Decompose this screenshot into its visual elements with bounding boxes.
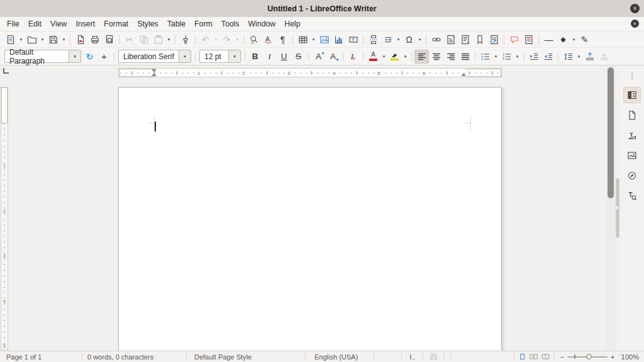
superscript-button[interactable]: A xyxy=(311,50,326,64)
paste-button[interactable] xyxy=(151,33,165,47)
paste-dropdown[interactable]: ▾ xyxy=(165,33,172,47)
new-style-button[interactable]: + xyxy=(97,50,111,64)
zoom-slider-thumb[interactable] xyxy=(586,354,592,359)
right-indent-marker[interactable] xyxy=(461,73,466,76)
document-workspace[interactable]: 1 2 3 4 5 xyxy=(0,80,644,351)
basic-shapes-button[interactable]: ◆ xyxy=(556,33,570,47)
menu-view[interactable]: View xyxy=(46,17,71,31)
decrease-paragraph-spacing-button[interactable] xyxy=(597,50,611,64)
menu-edit[interactable]: Edit xyxy=(24,17,46,31)
align-left-button[interactable] xyxy=(414,50,429,64)
strikethrough-button[interactable]: S xyxy=(291,50,306,64)
insert-horizontal-line-button[interactable]: — xyxy=(541,33,556,47)
first-line-indent-marker[interactable] xyxy=(152,69,157,72)
cut-button[interactable]: ✂ xyxy=(122,33,136,47)
line-spacing-button[interactable] xyxy=(561,50,575,64)
scrollbar-thumb[interactable] xyxy=(608,67,614,198)
insert-field-button[interactable] xyxy=(380,33,395,47)
unordered-list-dropdown[interactable]: ▾ xyxy=(492,50,499,64)
sidebar-tab-page[interactable] xyxy=(623,107,641,123)
font-name-dropdown[interactable]: ▾ xyxy=(179,50,191,63)
status-page-style[interactable]: Default Page Style xyxy=(187,351,305,362)
document-page[interactable] xyxy=(118,87,502,351)
font-name-combo[interactable]: Liberation Serif ▾ xyxy=(118,50,191,63)
insert-table-dropdown[interactable]: ▾ xyxy=(310,33,317,47)
vertical-ruler[interactable]: 1 2 3 4 5 xyxy=(1,87,8,350)
horizontal-ruler[interactable]: 1 2 3 4 5 6 7 xyxy=(118,68,502,77)
menu-form[interactable]: Form xyxy=(190,17,217,31)
highlight-color-dropdown[interactable]: ▾ xyxy=(402,50,409,64)
sidebar-tab-style-inspector[interactable]: T xyxy=(623,188,641,204)
insert-page-break-button[interactable] xyxy=(366,33,380,47)
insert-textbox-button[interactable] xyxy=(346,33,360,47)
sidebar-settings-button[interactable]: ⋮ xyxy=(628,71,636,81)
status-save-state[interactable] xyxy=(423,351,443,362)
ordered-list-button[interactable]: 123 xyxy=(499,50,514,64)
status-selection-mode[interactable] xyxy=(451,351,514,362)
menu-format[interactable]: Format xyxy=(99,17,133,31)
sidebar-tab-properties[interactable] xyxy=(623,87,641,103)
italic-button[interactable]: I xyxy=(262,50,277,64)
clone-formatting-button[interactable] xyxy=(178,33,192,47)
font-size-combo[interactable]: 12 pt ▾ xyxy=(199,50,241,63)
insert-chart-button[interactable] xyxy=(331,33,346,47)
undo-dropdown[interactable]: ▾ xyxy=(213,33,219,47)
paragraph-style-value[interactable]: Default Paragraph xyxy=(4,50,69,63)
menu-window[interactable]: Window xyxy=(244,17,280,31)
undo-button[interactable]: ↶ xyxy=(198,33,213,47)
update-style-button[interactable]: ↻ xyxy=(82,50,97,64)
print-preview-button[interactable] xyxy=(102,33,116,47)
paragraph-style-dropdown[interactable]: ▾ xyxy=(69,50,81,63)
status-language[interactable]: English (USA) xyxy=(306,351,374,362)
insert-image-button[interactable] xyxy=(317,33,331,47)
insert-hyperlink-button[interactable] xyxy=(429,33,443,47)
font-color-button[interactable]: A xyxy=(366,50,380,64)
insert-cross-reference-button[interactable] xyxy=(487,33,501,47)
subscript-button[interactable]: A xyxy=(326,50,340,64)
menu-tools[interactable]: Tools xyxy=(217,17,244,31)
redo-button[interactable]: ↷ xyxy=(219,33,234,47)
save-dropdown[interactable]: ▾ xyxy=(60,33,67,47)
highlight-color-button[interactable] xyxy=(387,50,402,64)
track-changes-button[interactable] xyxy=(521,33,536,47)
copy-button[interactable] xyxy=(136,33,151,47)
save-button[interactable] xyxy=(46,33,60,47)
status-word-count[interactable]: 0 words, 0 characters xyxy=(82,351,186,362)
redo-dropdown[interactable]: ▾ xyxy=(234,33,241,47)
font-name-value[interactable]: Liberation Serif xyxy=(118,50,179,63)
zoom-slider-track[interactable] xyxy=(567,356,608,358)
align-center-button[interactable] xyxy=(429,50,443,64)
menu-table[interactable]: Table xyxy=(163,17,190,31)
vertical-scrollbar[interactable] xyxy=(606,66,615,351)
document-close-button[interactable]: ✕ xyxy=(631,20,639,28)
sidebar-tab-styles[interactable]: T xyxy=(623,127,641,144)
sidebar-tab-navigator[interactable] xyxy=(623,167,641,184)
find-replace-button[interactable] xyxy=(247,33,261,47)
open-button[interactable] xyxy=(25,33,39,47)
new-document-dropdown[interactable]: ▾ xyxy=(18,33,25,47)
menu-insert[interactable]: Insert xyxy=(71,17,99,31)
status-insert-mode[interactable]: I‒ xyxy=(402,351,423,362)
insert-comment-button[interactable] xyxy=(507,33,521,47)
open-dropdown[interactable]: ▾ xyxy=(39,33,46,47)
zoom-out-button[interactable]: − xyxy=(560,353,564,361)
multi-page-view-icon[interactable] xyxy=(529,353,538,361)
export-pdf-button[interactable] xyxy=(73,33,87,47)
underline-button[interactable]: U xyxy=(277,50,291,64)
unordered-list-button[interactable] xyxy=(478,50,492,64)
increase-indent-button[interactable] xyxy=(526,50,541,64)
decrease-indent-button[interactable] xyxy=(541,50,555,64)
line-spacing-dropdown[interactable]: ▾ xyxy=(575,50,582,64)
tab-stop-selector-icon[interactable] xyxy=(3,68,9,74)
insert-endnote-button[interactable] xyxy=(458,33,472,47)
align-right-button[interactable] xyxy=(443,50,458,64)
menu-styles[interactable]: Styles xyxy=(133,17,163,31)
insert-table-button[interactable] xyxy=(296,33,310,47)
special-character-button[interactable]: Ω xyxy=(402,33,416,47)
status-page-number[interactable]: Page 1 of 1 xyxy=(0,351,82,362)
font-size-value[interactable]: 12 pt xyxy=(199,50,228,63)
sidebar-tab-gallery[interactable] xyxy=(623,147,641,164)
ordered-list-dropdown[interactable]: ▾ xyxy=(514,50,521,64)
insert-footnote-button[interactable] xyxy=(443,33,458,47)
book-view-icon[interactable] xyxy=(541,353,550,361)
